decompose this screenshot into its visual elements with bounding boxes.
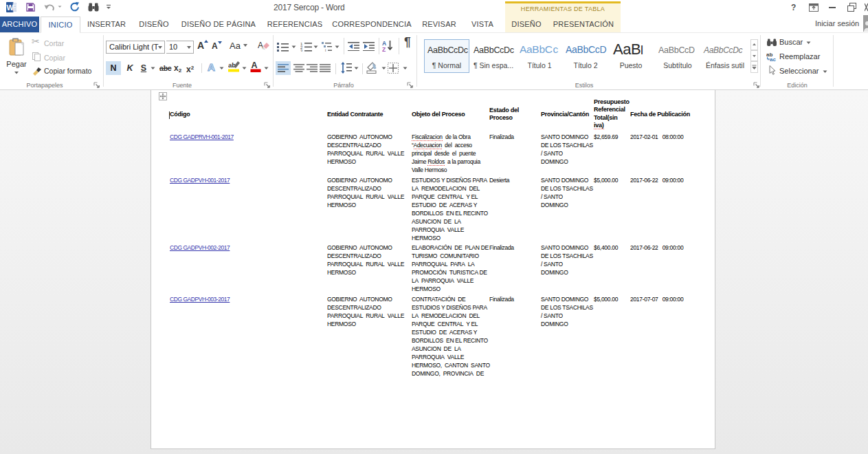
svg-text:3: 3 [300, 49, 303, 52]
svg-text:i: i [325, 48, 326, 52]
svg-text:A: A [252, 61, 258, 70]
svg-text:ac: ac [770, 56, 776, 61]
svg-text:ab: ab [228, 61, 236, 69]
svg-text:W: W [7, 3, 14, 12]
svg-text:Z: Z [382, 46, 386, 52]
